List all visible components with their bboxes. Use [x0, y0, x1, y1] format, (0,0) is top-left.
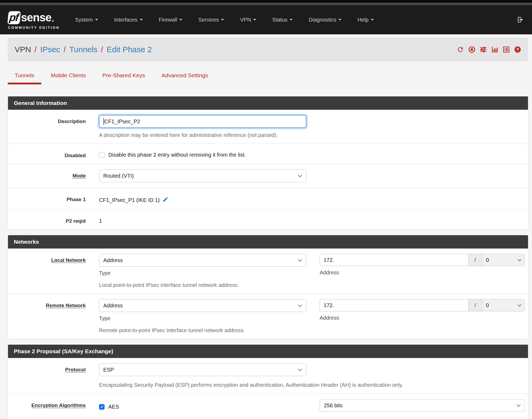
phase1-label: Phase 1: [11, 193, 99, 202]
cidr-slash-addon: /: [468, 299, 482, 311]
encryption-algorithms-label: Encryption Algorithms: [11, 399, 99, 408]
row-phase1: Phase 1 CF1_IPsec_P1 (IKE ID 1): [8, 188, 528, 209]
nav-menu: System Interfaces Firewall Services VPN …: [75, 17, 374, 23]
panel-general-information: General Information Description CF1_IPse…: [8, 96, 528, 230]
row-remote-network: Remote Network Address Type 172. / 0: [8, 294, 528, 339]
community-edition-label: COMMUNITY EDITION: [8, 26, 60, 30]
window-top-strip-gray: [0, 3, 532, 5]
local-prefix-select[interactable]: 0: [482, 254, 525, 266]
bar-chart-icon[interactable]: [491, 46, 498, 53]
pfsense-logo-box: pf: [7, 11, 21, 24]
sign-out-icon[interactable]: [517, 16, 524, 23]
text-cursor: [104, 118, 104, 125]
row-description: Description CF1_IPsec_P2 A description m…: [8, 110, 528, 144]
protocol-help: Encapsulating Security Payload (ESP) per…: [99, 382, 525, 388]
row-encryption-aes128gcm: AES128-GCM Auto: [8, 417, 528, 419]
chevron-down-icon: [179, 19, 182, 21]
chevron-down-icon: [298, 258, 302, 262]
nav-vpn[interactable]: VPN: [240, 17, 256, 23]
chevron-down-icon: [95, 19, 98, 21]
registered-mark: ®: [52, 19, 54, 23]
row-mode: Mode Routed (VTI): [8, 164, 528, 188]
chevron-down-icon: [517, 403, 521, 407]
nav-status[interactable]: Status: [272, 17, 293, 23]
panel-title: General Information: [8, 96, 528, 110]
log-list-icon[interactable]: [502, 46, 510, 53]
window-top-strip: [0, 0, 532, 3]
tab-tunnels[interactable]: Tunnels: [8, 68, 41, 84]
remote-address-input[interactable]: 172.: [320, 299, 468, 311]
nav-interfaces[interactable]: Interfaces: [114, 17, 143, 23]
chevron-down-icon: [253, 19, 256, 21]
nav-help[interactable]: Help: [357, 17, 374, 23]
protocol-label: Protocol: [11, 363, 99, 373]
disabled-checkbox[interactable]: [99, 152, 105, 158]
description-help: A description may be entered here for ad…: [99, 132, 525, 138]
aes-checkbox-label: AES: [108, 404, 119, 410]
remote-address-caption: Address: [320, 315, 525, 321]
p2reqid-label: P2 reqid: [11, 215, 99, 224]
remote-prefix-select[interactable]: 0: [482, 299, 525, 311]
tab-pre-shared-keys[interactable]: Pre-Shared Keys: [96, 68, 152, 84]
panel-title: Networks: [8, 235, 528, 249]
panel-networks: Networks Local Network Address Type 172.…: [8, 235, 528, 339]
mode-label: Mode: [11, 169, 99, 179]
local-network-type-select[interactable]: Address: [99, 254, 306, 267]
chevron-down-icon: [338, 19, 341, 21]
nav-diagnostics[interactable]: Diagnostics: [309, 17, 341, 23]
protocol-select[interactable]: ESP: [99, 363, 306, 376]
edit-pencil-icon[interactable]: [162, 196, 168, 204]
row-p2reqid: P2 reqid 1: [8, 209, 528, 229]
local-network-help: Local point-to-point IPsec interface tun…: [99, 282, 525, 288]
chevron-down-icon: [298, 173, 302, 177]
chevron-down-icon: [298, 367, 302, 371]
nav-services[interactable]: Services: [198, 17, 224, 23]
breadcrumb-separator: /: [64, 45, 66, 54]
chevron-down-icon: [518, 303, 521, 307]
chevron-down-icon: [298, 303, 302, 307]
disabled-checkbox-label: Disable this phase 2 entry without remov…: [108, 152, 246, 158]
breadcrumb-ipsec[interactable]: IPsec: [40, 45, 60, 54]
breadcrumb-vpn: VPN: [15, 45, 31, 54]
breadcrumb-edit-phase2[interactable]: Edit Phase 2: [106, 45, 152, 54]
nav-firewall[interactable]: Firewall: [159, 17, 183, 23]
tab-mobile-clients[interactable]: Mobile Clients: [44, 68, 93, 84]
row-protocol: Protocol ESP Encapsulating Security Payl…: [8, 358, 528, 393]
chevron-down-icon: [140, 19, 143, 21]
stop-icon[interactable]: [468, 46, 476, 53]
chevron-down-icon: [371, 19, 374, 21]
panel-phase2-proposal: Phase 2 Proposal (SA/Key Exchange) Proto…: [8, 344, 528, 419]
breadcrumb-tunnels[interactable]: Tunnels: [69, 45, 97, 54]
description-input[interactable]: CF1_IPsec_P2: [99, 115, 306, 128]
aes-bits-select[interactable]: 256 bits: [320, 399, 525, 412]
row-local-network: Local Network Address Type 172. / 0: [8, 249, 528, 294]
panel-title: Phase 2 Proposal (SA/Key Exchange): [8, 345, 528, 358]
pfsense-logo-sense: sense: [21, 11, 51, 24]
p2reqid-value: 1: [99, 218, 102, 224]
description-label: Description: [11, 115, 99, 124]
remote-network-help: Remote point-to-point IPsec interface tu…: [99, 327, 525, 333]
sliders-icon[interactable]: [480, 46, 487, 53]
row-encryption-aes: Encryption Algorithms AES 256 bits: [8, 393, 528, 417]
mode-select[interactable]: Routed (VTI): [99, 169, 306, 182]
local-type-caption: Type: [99, 270, 306, 276]
chevron-down-icon: [221, 19, 224, 21]
cidr-slash-addon: /: [468, 254, 482, 266]
svg-text:?: ?: [516, 47, 519, 52]
row-disabled: Disabled Disable this phase 2 entry with…: [8, 144, 528, 164]
remote-network-label: Remote Network: [11, 299, 99, 308]
pfsense-logo-pf: pf: [9, 11, 19, 23]
help-icon[interactable]: ?: [514, 46, 521, 53]
phase1-value: CF1_IPsec_P1 (IKE ID 1): [99, 197, 160, 203]
tab-advanced-settings[interactable]: Advanced Settings: [155, 68, 215, 84]
aes-checkbox[interactable]: [99, 404, 105, 410]
local-network-label: Local Network: [11, 254, 99, 263]
remote-network-type-select[interactable]: Address: [99, 299, 306, 312]
local-address-input[interactable]: 172.: [320, 254, 468, 266]
chevron-down-icon: [290, 19, 293, 21]
pfsense-logo[interactable]: pf sense ® COMMUNITY EDITION: [8, 11, 60, 30]
nav-system[interactable]: System: [75, 17, 98, 23]
breadcrumb-separator: /: [35, 45, 37, 54]
breadcrumb-separator: /: [101, 45, 103, 54]
refresh-icon[interactable]: [457, 46, 464, 53]
